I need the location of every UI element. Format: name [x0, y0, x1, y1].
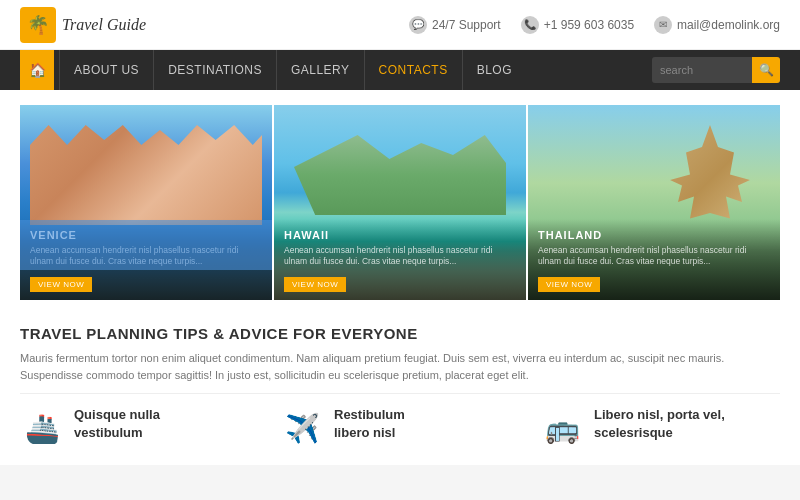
thailand-overlay: THAILAND Aenean accumsan hendrerit nisl …	[528, 219, 780, 300]
gallery-item-venice: VENICE Aenean accumsan hendrerit nisl ph…	[20, 105, 272, 300]
feature-plane: ✈️ Restibulumlibero nisl	[280, 406, 520, 450]
email-item: ✉ mail@demolink.org	[654, 16, 780, 34]
email-icon: ✉	[654, 16, 672, 34]
destination-gallery: VENICE Aenean accumsan hendrerit nisl ph…	[20, 105, 780, 300]
thailand-image: THAILAND Aenean accumsan hendrerit nisl …	[528, 105, 780, 300]
nav-search[interactable]: 🔍	[652, 57, 780, 83]
nav-item-about-us[interactable]: ABOUT US	[59, 50, 153, 90]
thailand-view-btn[interactable]: VIEW NOW	[538, 277, 600, 292]
bus-icon: 🚌	[540, 406, 584, 450]
feature-ship-label: Quisque nullavestibulum	[74, 406, 160, 442]
support-icon: 💬	[409, 16, 427, 34]
plane-icon: ✈️	[280, 406, 324, 450]
support-text: 24/7 Support	[432, 18, 501, 32]
hawaii-title: HAWAII	[284, 229, 516, 241]
support-item: 💬 24/7 Support	[409, 16, 501, 34]
hawaii-overlay: HAWAII Aenean accumsan hendrerit nisl ph…	[274, 219, 526, 300]
thailand-title: THAILAND	[538, 229, 770, 241]
feature-bus: 🚌 Libero nisl, porta vel,scelesrisque	[540, 406, 780, 450]
nav-item-blog[interactable]: BLOG	[462, 50, 526, 90]
email-text: mail@demolink.org	[677, 18, 780, 32]
palm-tree-icon: 🌴	[27, 14, 49, 36]
nav-item-destinations[interactable]: DESTINATIONS	[153, 50, 276, 90]
phone-icon: 📞	[521, 16, 539, 34]
tips-body: Mauris fermentum tortor non enim aliquet…	[20, 350, 780, 383]
top-bar: 🌴 Travel Guide 💬 24/7 Support 📞 +1 959 6…	[0, 0, 800, 50]
venice-title: VENICE	[30, 229, 262, 241]
phone-text: +1 959 603 6035	[544, 18, 634, 32]
hawaii-desc: Aenean accumsan hendrerit nisl phasellus…	[284, 245, 516, 267]
feature-plane-label: Restibulumlibero nisl	[334, 406, 405, 442]
logo-icon: 🌴	[20, 7, 56, 43]
main-content: VENICE Aenean accumsan hendrerit nisl ph…	[0, 90, 800, 465]
gallery-item-hawaii: HAWAII Aenean accumsan hendrerit nisl ph…	[274, 105, 526, 300]
search-input[interactable]	[652, 64, 752, 76]
thailand-desc: Aenean accumsan hendrerit nisl phasellus…	[538, 245, 770, 267]
nav-items: ABOUT US DESTINATIONS GALLERY CONTACTS B…	[59, 50, 652, 90]
feature-ship: 🚢 Quisque nullavestibulum	[20, 406, 260, 450]
top-contacts: 💬 24/7 Support 📞 +1 959 603 6035 ✉ mail@…	[409, 16, 780, 34]
venice-desc: Aenean accumsan hendrerit nisl phasellus…	[30, 245, 262, 267]
venice-view-btn[interactable]: VIEW NOW	[30, 277, 92, 292]
nav-item-gallery[interactable]: GALLERY	[276, 50, 364, 90]
tips-section: TRAVEL PLANNING TIPS & ADVICE FOR EVERYO…	[20, 320, 780, 394]
gallery-item-thailand: THAILAND Aenean accumsan hendrerit nisl …	[528, 105, 780, 300]
nav-home-button[interactable]: 🏠	[20, 50, 54, 90]
feature-bus-label: Libero nisl, porta vel,scelesrisque	[594, 406, 725, 442]
venice-overlay: VENICE Aenean accumsan hendrerit nisl ph…	[20, 219, 272, 300]
features-section: 🚢 Quisque nullavestibulum ✈️ Restibuluml…	[20, 394, 780, 450]
venice-image: VENICE Aenean accumsan hendrerit nisl ph…	[20, 105, 272, 300]
nav-item-contacts[interactable]: CONTACTS	[364, 50, 462, 90]
search-button[interactable]: 🔍	[752, 57, 780, 83]
ship-icon: 🚢	[20, 406, 64, 450]
hawaii-view-btn[interactable]: VIEW NOW	[284, 277, 346, 292]
logo-text: Travel Guide	[62, 16, 146, 34]
hawaii-image: HAWAII Aenean accumsan hendrerit nisl ph…	[274, 105, 526, 300]
logo: 🌴 Travel Guide	[20, 7, 146, 43]
nav-bar: 🏠 ABOUT US DESTINATIONS GALLERY CONTACTS…	[0, 50, 800, 90]
tips-title: TRAVEL PLANNING TIPS & ADVICE FOR EVERYO…	[20, 325, 780, 342]
phone-item: 📞 +1 959 603 6035	[521, 16, 634, 34]
